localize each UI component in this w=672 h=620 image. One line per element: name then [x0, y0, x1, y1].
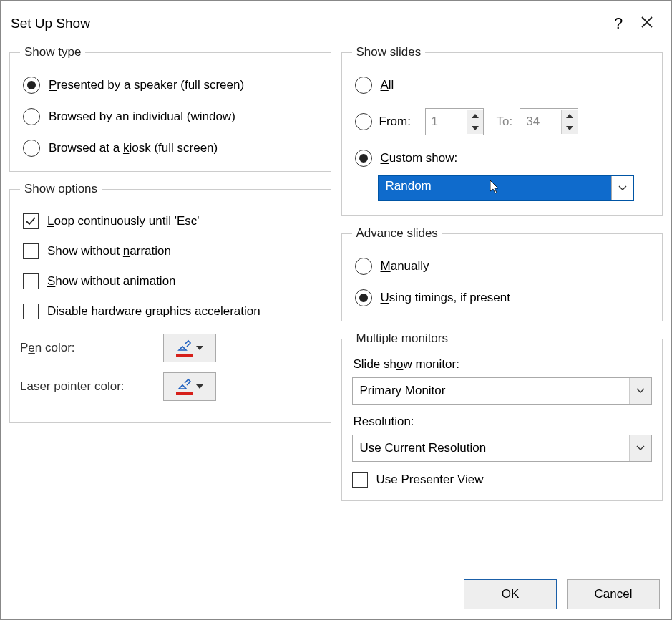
radio-browsed-individual[interactable]: Browsed by an individual (window)	[23, 108, 321, 125]
resolution-label: Resolution:	[354, 415, 653, 429]
spinner-down-icon	[562, 122, 578, 134]
radio-icon	[355, 258, 372, 275]
show-options-group: Show options Loop continuously until 'Es…	[9, 182, 331, 423]
show-type-group: Show type Presented by a speaker (full s…	[9, 45, 331, 172]
spinner-up-icon	[562, 110, 578, 122]
checkbox-icon	[23, 213, 39, 229]
cancel-button[interactable]: Cancel	[567, 579, 660, 609]
radio-from[interactable]	[355, 113, 372, 130]
checkbox-icon	[23, 304, 39, 319]
show-options-legend: Show options	[20, 182, 102, 196]
spinner-up-icon	[467, 110, 483, 122]
from-spinner[interactable]: 1	[425, 108, 484, 135]
chevron-down-icon	[629, 378, 651, 404]
dialog-buttons: OK Cancel	[464, 579, 660, 609]
resolution-combo[interactable]: Use Current Resolution	[352, 435, 653, 462]
pen-icon	[176, 378, 193, 395]
check-loop[interactable]: Loop continuously until 'Esc'	[23, 213, 321, 229]
multiple-monitors-group: Multiple monitors Slide show monitor: Pr…	[341, 331, 663, 501]
laser-color-button[interactable]	[163, 372, 216, 401]
radio-icon	[23, 140, 40, 157]
advance-slides-group: Advance slides Manually Using timings, i…	[341, 226, 663, 321]
dialog-content: Show type Presented by a speaker (full s…	[1, 41, 671, 511]
slide-monitor-combo[interactable]: Primary Monitor	[352, 377, 653, 405]
show-slides-group: Show slides All From: 1 To: 34	[341, 45, 663, 216]
radio-all[interactable]: All	[355, 77, 653, 94]
radio-icon	[355, 150, 372, 167]
radio-timings[interactable]: Using timings, if present	[355, 289, 653, 306]
left-column: Show type Presented by a speaker (full s…	[9, 45, 331, 511]
radio-from-row: From: 1 To: 34	[355, 108, 653, 135]
chevron-down-icon	[629, 435, 651, 461]
close-icon	[641, 16, 653, 29]
radio-icon	[23, 108, 40, 125]
check-presenter-view[interactable]: Use Presenter View	[352, 472, 653, 488]
help-button[interactable]: ?	[604, 14, 633, 33]
dialog-title: Set Up Show	[11, 16, 604, 32]
checkbox-icon	[352, 472, 368, 488]
radio-manually[interactable]: Manually	[355, 258, 653, 275]
check-animation[interactable]: Show without animation	[23, 273, 321, 289]
radio-icon	[23, 77, 40, 94]
radio-icon	[355, 77, 372, 94]
checkbox-icon	[23, 243, 39, 259]
multiple-monitors-legend: Multiple monitors	[352, 331, 453, 346]
right-column: Show slides All From: 1 To: 34	[341, 45, 663, 511]
chevron-down-icon	[196, 384, 203, 389]
custom-show-combo[interactable]: Random	[378, 175, 634, 201]
check-hardware-graphics[interactable]: Disable hardware graphics acceleration	[23, 304, 321, 319]
pen-color-row: Pen color:	[20, 334, 321, 362]
close-button[interactable]	[633, 14, 661, 33]
ok-button[interactable]: OK	[464, 579, 557, 609]
pen-icon	[176, 339, 193, 357]
radio-presented[interactable]: Presented by a speaker (full screen)	[23, 77, 321, 94]
pen-color-button[interactable]	[163, 334, 216, 362]
radio-icon	[355, 289, 372, 306]
radio-kiosk[interactable]: Browsed at a kiosk (full screen)	[23, 140, 321, 157]
slide-monitor-label: Slide show monitor:	[354, 357, 653, 372]
show-slides-legend: Show slides	[352, 45, 426, 59]
laser-color-row: Laser pointer color:	[20, 372, 321, 401]
titlebar: Set Up Show ?	[1, 1, 671, 41]
check-narration[interactable]: Show without narration	[23, 243, 321, 259]
advance-slides-legend: Advance slides	[352, 226, 442, 241]
cursor-icon	[490, 180, 501, 195]
checkbox-icon	[23, 273, 39, 289]
chevron-down-icon	[611, 176, 633, 200]
spinner-down-icon	[467, 122, 483, 134]
radio-custom-show[interactable]: Custom show:	[355, 150, 653, 167]
show-type-legend: Show type	[20, 45, 85, 59]
to-spinner[interactable]: 34	[520, 108, 578, 135]
chevron-down-icon	[196, 346, 203, 350]
